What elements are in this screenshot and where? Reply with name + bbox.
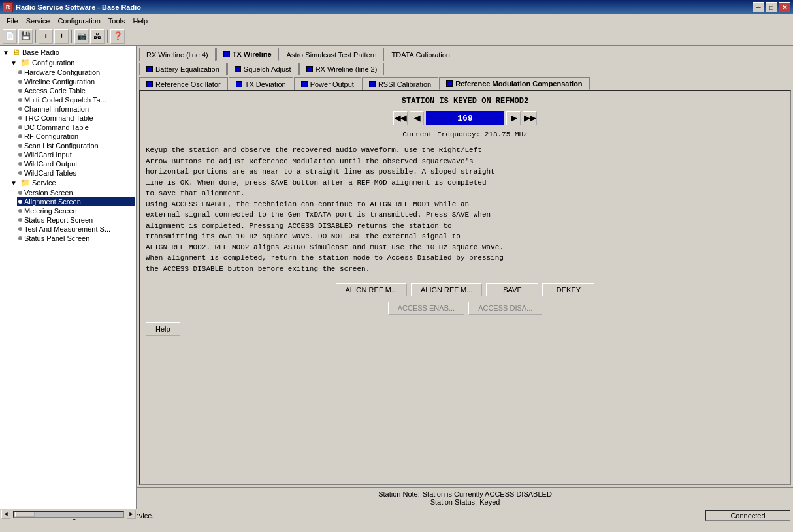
scroll-track[interactable]	[13, 511, 124, 518]
horizontal-scrollbar: ◀ ▶	[0, 509, 137, 519]
help-button[interactable]: Help	[146, 322, 180, 336]
left-button[interactable]: ◀	[410, 111, 424, 125]
help-toolbar-button[interactable]: ❓	[110, 29, 125, 44]
screenshot-button[interactable]: 📷	[74, 29, 89, 44]
tree-alignment-screen[interactable]: Alignment Screen	[17, 197, 135, 206]
tab-row-2: Battery Equalization Squelch Adjust RX W…	[137, 61, 793, 75]
tab-tdata-calibration[interactable]: TDATA Calibration	[385, 48, 457, 61]
tree-status-panel-screen[interactable]: Status Panel Screen	[17, 234, 135, 243]
scroll-left-arrow[interactable]: ◀	[1, 510, 10, 519]
station-note-label: Station Note:	[378, 490, 420, 498]
help-btn-area: Help	[146, 320, 785, 336]
tree-service-header[interactable]: ▼ 📁 Service	[9, 178, 135, 188]
new-button[interactable]: 📄	[3, 29, 17, 44]
tree-root[interactable]: ▼ 🖥 Base Radio	[1, 47, 135, 57]
menu-help[interactable]: Help	[129, 16, 152, 26]
tree-wildcard-tables[interactable]: WildCard Tables	[17, 168, 135, 178]
left-panel: ▼ 🖥 Base Radio ▼ 📁 Configuration Hardwar…	[0, 46, 137, 509]
save-button[interactable]: 💾	[18, 29, 33, 44]
save-align-button[interactable]: SAVE	[486, 283, 538, 296]
tree-trc-command-table[interactable]: TRC Command Table	[17, 114, 135, 123]
tab-ref-mod-comp[interactable]: Reference Modulation Compensation	[439, 77, 589, 90]
tree-channel-info[interactable]: Channel Information	[17, 104, 135, 114]
tab-power-output[interactable]: Power Output	[294, 77, 361, 90]
tree-configuration-header[interactable]: ▼ 📁 Configuration	[9, 57, 135, 68]
tab-astro-simulcast[interactable]: Astro Simulcast Test Pattern	[280, 48, 384, 61]
right-button[interactable]: ▶	[506, 111, 521, 125]
app-icon: R	[3, 2, 13, 12]
tree-dc-command-table[interactable]: DC Command Table	[17, 123, 135, 132]
menu-configuration[interactable]: Configuration	[54, 16, 104, 26]
tab-rx-wireline-4[interactable]: RX Wireline (line 4)	[139, 48, 216, 61]
tree-service-items: Version Screen Alignment Screen Metering…	[9, 188, 135, 243]
dekey-button[interactable]: DEKEY	[542, 283, 594, 296]
tab-ref-mod-label: Reference Modulation Compensation	[455, 80, 582, 87]
keyed-header: STATION IS KEYED ON REFMOD2	[146, 97, 785, 106]
maximize-button[interactable]: □	[766, 2, 777, 12]
toolbar-separator-2	[71, 30, 72, 43]
menu-bar: File Service Configuration Tools Help	[0, 14, 793, 27]
tab-battery-eq-indicator	[146, 66, 153, 72]
tree-metering-screen[interactable]: Metering Screen	[17, 206, 135, 215]
connection-status: Connected	[705, 510, 790, 521]
menu-service[interactable]: Service	[22, 16, 54, 26]
minimize-button[interactable]: ─	[753, 2, 764, 12]
instruction-text: Keyup the station and observe the recove…	[146, 145, 785, 274]
station-note-row: Station Note: Station is Currently ACCES…	[142, 490, 788, 498]
tree-status-report-screen[interactable]: Status Report Screen	[17, 215, 135, 225]
tab-ref-mod-indicator	[446, 80, 453, 87]
tree-access-code-table[interactable]: Access Code Table	[17, 86, 135, 95]
tree-configuration-group: ▼ 📁 Configuration Hardware Configuration…	[1, 57, 135, 178]
tab-rx-wireline-2[interactable]: RX Wireline (line 2)	[299, 63, 385, 75]
close-button[interactable]: ✕	[779, 2, 790, 12]
current-freq: Current Frequency: 218.75 MHz	[146, 131, 785, 138]
align-ref-m2-button[interactable]: ALIGN REF M...	[411, 283, 482, 296]
buttons-row-1: ALIGN REF M... ALIGN REF M... SAVE DEKEY	[146, 283, 785, 296]
app-title: Radio Service Software - Base Radio	[16, 3, 141, 11]
fast-right-button[interactable]: ▶▶	[523, 111, 537, 125]
tab-tx-wireline[interactable]: TX Wireline	[216, 48, 279, 61]
tree-wildcard-output[interactable]: WildCard Output	[17, 159, 135, 168]
content-area: STATION IS KEYED ON REFMOD2 ◀◀ ◀ 169 ▶ ▶…	[139, 90, 791, 485]
tree-multi-coded-squelch[interactable]: Multi-Coded Squelch Ta...	[17, 95, 135, 104]
upload-button[interactable]: ⬆	[39, 29, 53, 44]
tree-test-measurement[interactable]: Test And Measurement S...	[17, 225, 135, 234]
tab-rssi-calibration[interactable]: RSSI Calibration	[362, 77, 438, 90]
tab-tx-deviation[interactable]: TX Deviation	[229, 77, 293, 90]
tab-battery-equalization[interactable]: Battery Equalization	[139, 63, 227, 75]
access-enable-button[interactable]: ACCESS ENAB...	[388, 302, 464, 315]
tab-tx-wireline-label: TX Wireline	[233, 50, 272, 58]
menu-file[interactable]: File	[3, 16, 22, 26]
tree-wildcard-input[interactable]: WildCard Input	[17, 150, 135, 159]
tab-squelch-adjust[interactable]: Squelch Adjust	[227, 63, 299, 75]
access-disable-button[interactable]: ACCESS DISA...	[468, 302, 542, 315]
download-button[interactable]: ⬇	[54, 29, 69, 44]
current-freq-value: 218.75 MHz	[485, 131, 528, 138]
tab-reference-oscillator[interactable]: Reference Oscillator	[139, 77, 228, 90]
tab-squelch-indicator	[235, 66, 241, 72]
tab-row-3: Reference Oscillator TX Deviation Power …	[137, 75, 793, 90]
menu-tools[interactable]: Tools	[105, 16, 129, 26]
tab-rx-wireline-4-label: RX Wireline (line 4)	[146, 51, 208, 59]
scroll-right-arrow[interactable]: ▶	[127, 510, 136, 519]
scroll-thumb[interactable]	[15, 512, 35, 517]
fast-left-button[interactable]: ◀◀	[393, 111, 408, 125]
tree-hardware-config[interactable]: Hardware Configuration	[17, 68, 135, 77]
tree-version-screen[interactable]: Version Screen	[17, 188, 135, 197]
tab-tx-dev-label: TX Deviation	[245, 80, 286, 88]
station-note-value: Station is Currently ACCESS DISABLED	[423, 490, 552, 498]
network-button[interactable]: 🖧	[90, 29, 105, 44]
current-freq-label: Current Frequency:	[402, 131, 480, 138]
tree-rf-config[interactable]: RF Configuration	[17, 132, 135, 141]
tree-wireline-config[interactable]: Wireline Configuration	[17, 77, 135, 86]
tree-service-label: Service	[32, 179, 56, 187]
station-status-value: Keyed	[479, 498, 500, 506]
tree-service-group: ▼ 📁 Service Version Screen Alignment Scr…	[1, 178, 135, 243]
toolbar: 📄 💾 ⬆ ⬇ 📷 🖧 ❓	[0, 27, 793, 46]
tab-tx-dev-indicator	[236, 81, 242, 87]
tab-power-indicator	[301, 81, 308, 87]
tab-ref-osc-indicator	[146, 81, 153, 87]
tree-configuration-items: Hardware Configuration Wireline Configur…	[9, 68, 135, 178]
align-ref-m1-button[interactable]: ALIGN REF M...	[336, 283, 407, 296]
tree-scan-list-config[interactable]: Scan List Configuration	[17, 141, 135, 150]
